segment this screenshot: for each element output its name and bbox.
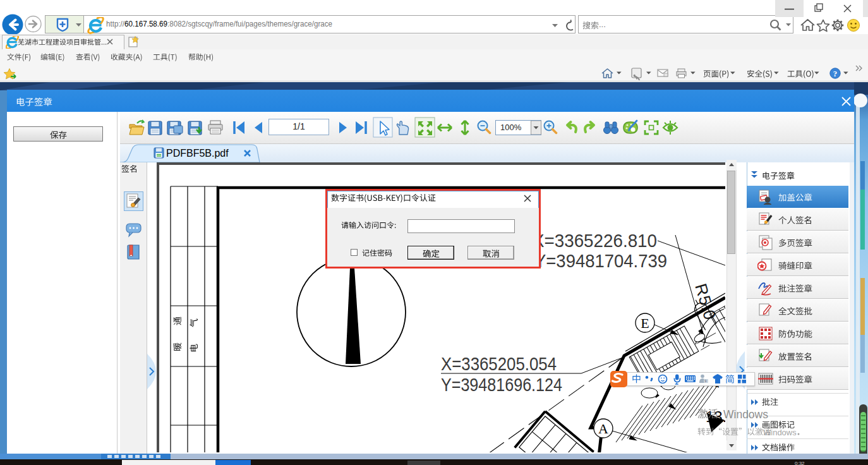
svg-text:E: E [641,315,649,331]
svg-text:X=3365226.810: X=3365226.810 [533,230,657,251]
svg-text:A: A [598,421,608,437]
svg-text:Y=39481696.124: Y=39481696.124 [441,374,562,395]
svg-text:X=3365205.054: X=3365205.054 [441,353,557,374]
svg-text:9: 9 [705,379,707,383]
svg-text:Windows: Windows [763,428,797,437]
svg-text:Y=39481704.739: Y=39481704.739 [534,250,667,271]
